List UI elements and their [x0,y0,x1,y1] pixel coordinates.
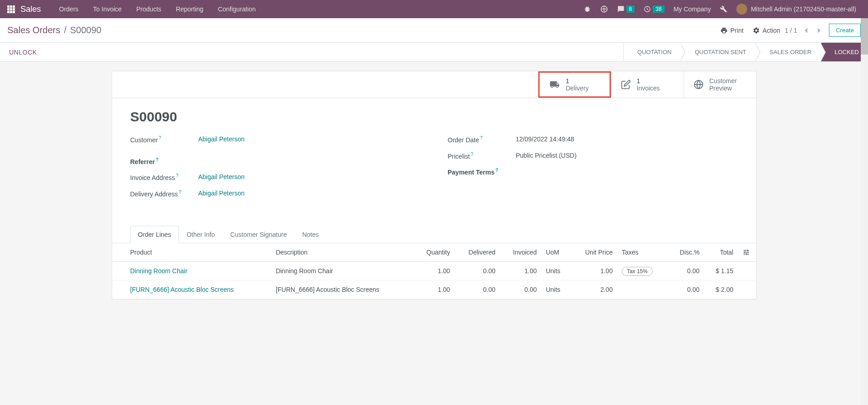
invoice-addr-value[interactable]: Abigail Peterson [198,173,245,180]
th-taxes[interactable]: Taxes [617,243,668,262]
cell-uom: Units [541,280,571,299]
print-button[interactable]: Print [716,24,748,37]
messaging-icon[interactable]: 8 [613,5,640,13]
stage-quotation[interactable]: QUOTATION [623,43,680,61]
cell-quantity: 1.00 [413,261,455,280]
stat-delivery-button[interactable]: 1 Delivery [538,71,611,98]
delivery-count: 1 [566,77,589,85]
cell-taxes: Tax 15% [617,261,668,280]
cell-total: $ 1.15 [704,261,738,280]
create-button[interactable]: Create [829,24,861,37]
invoices-label: Invoices [637,85,660,92]
action-label: Action [763,27,780,34]
invoices-count: 1 [637,77,660,85]
unlock-button[interactable]: UNLOCK [0,49,46,56]
th-quantity[interactable]: Quantity [413,243,455,262]
field-delivery-address: Delivery Address? Abigail Peterson [130,190,421,198]
svg-point-1 [603,8,605,10]
th-description[interactable]: Description [271,243,413,262]
tab-customer-signature[interactable]: Customer Signature [223,226,295,243]
tab-notes[interactable]: Notes [294,226,327,243]
nav-orders[interactable]: Orders [52,5,86,13]
cell-disc: 0.00 [668,261,704,280]
referrer-label: Referrer? [130,157,198,165]
product-link[interactable]: Dinning Room Chair [130,267,188,275]
order-lines-table: Product Description Quantity Delivered I… [112,243,756,299]
apps-icon[interactable] [7,5,15,13]
product-link[interactable]: [FURN_6666] Acoustic Bloc Screens [130,286,234,293]
action-button[interactable]: Action [748,24,785,37]
th-product[interactable]: Product [112,243,272,262]
nav-configuration[interactable]: Configuration [211,5,263,13]
customer-label: Customer? [130,135,198,144]
cell-uom: Units [541,261,571,280]
tools-icon[interactable] [715,5,732,13]
truck-icon [549,80,560,90]
chevron-left-icon [804,27,808,34]
cell-delivered: 0.00 [455,280,500,299]
field-order-date: Order Date? 12/09/2022 14:49:48 [448,135,738,144]
pager-prev[interactable] [801,25,811,35]
table-row[interactable]: Dinning Room Chair Dinning Room Chair 1.… [112,261,756,280]
field-grid: Customer? Abigail Peterson Referrer? Inv… [130,135,738,206]
columns-settings-icon [743,249,750,256]
cell-invoiced: 0.00 [500,280,541,299]
nav-reporting[interactable]: Reporting [169,5,211,13]
cell-description: [FURN_6666] Acoustic Bloc Screens [271,280,413,299]
th-total[interactable]: Total [704,243,738,262]
th-delivered[interactable]: Delivered [455,243,500,262]
stage-sales-order[interactable]: SALES ORDER [755,43,820,61]
scrollbar[interactable] [861,18,868,309]
activities-icon[interactable]: 38 [639,5,669,13]
messages-badge: 8 [626,5,635,13]
customer-value[interactable]: Abigail Peterson [198,135,245,143]
user-menu[interactable]: Mitchell Admin (21702450-master-all) [732,4,861,15]
status-bar: UNLOCK QUOTATION QUOTATION SENT SALES OR… [0,43,868,62]
th-unit-price[interactable]: Unit Price [571,243,617,262]
invoice-addr-label: Invoice Address? [130,173,198,181]
field-payment-terms: Payment Terms? [448,168,738,176]
cell-quantity: 1.00 [413,280,455,299]
print-icon [720,27,728,34]
delivery-addr-value[interactable]: Abigail Peterson [198,190,245,197]
main-content: 1 Delivery 1 Invoices Customer [0,62,868,309]
tabs: Order Lines Other Info Customer Signatur… [112,226,756,243]
field-referrer: Referrer? [130,157,421,165]
app-brand[interactable]: Sales [20,5,41,14]
cell-invoiced: 1.00 [500,261,541,280]
bug-icon[interactable] [579,5,595,13]
th-settings[interactable] [738,243,756,262]
company-switcher[interactable]: My Company [669,5,715,13]
pager: 1 / 1 [785,25,824,35]
th-invoiced[interactable]: Invoiced [500,243,541,262]
avatar [736,4,747,15]
edit-icon [620,80,631,90]
tab-other-info[interactable]: Other Info [179,226,223,243]
tab-order-lines[interactable]: Order Lines [130,226,179,243]
activities-badge: 38 [653,5,664,13]
stage-quotation-sent[interactable]: QUOTATION SENT [680,43,755,61]
cell-unit-price: 2.00 [571,280,617,299]
preview-line1: Customer [709,77,737,85]
support-icon[interactable] [595,5,613,13]
nav-to-invoice[interactable]: To Invoice [86,5,129,13]
field-invoice-address: Invoice Address? Abigail Peterson [130,173,421,181]
delivery-addr-label: Delivery Address? [130,190,198,198]
gear-icon [753,27,760,34]
chevron-right-icon [817,27,822,34]
user-name: Mitchell Admin (21702450-master-all) [751,5,856,13]
field-pricelist: Pricelist? Public Pricelist (USD) [448,152,738,160]
breadcrumb: Sales Orders / S00090 [7,25,101,35]
th-disc[interactable]: Disc.% [668,243,704,262]
breadcrumb-parent[interactable]: Sales Orders [7,25,60,35]
th-uom[interactable]: UoM [541,243,571,262]
preview-line2: Preview [709,85,737,92]
stat-invoices-button[interactable]: 1 Invoices [611,71,684,98]
pager-next[interactable] [814,25,824,35]
cell-disc: 0.00 [668,280,704,299]
table-row[interactable]: [FURN_6666] Acoustic Bloc Screens [FURN_… [112,280,756,299]
scrollbar-thumb[interactable] [861,18,868,55]
stat-preview-button[interactable]: Customer Preview [684,71,756,98]
nav-products[interactable]: Products [129,5,169,13]
pager-text: 1 / 1 [785,27,797,34]
